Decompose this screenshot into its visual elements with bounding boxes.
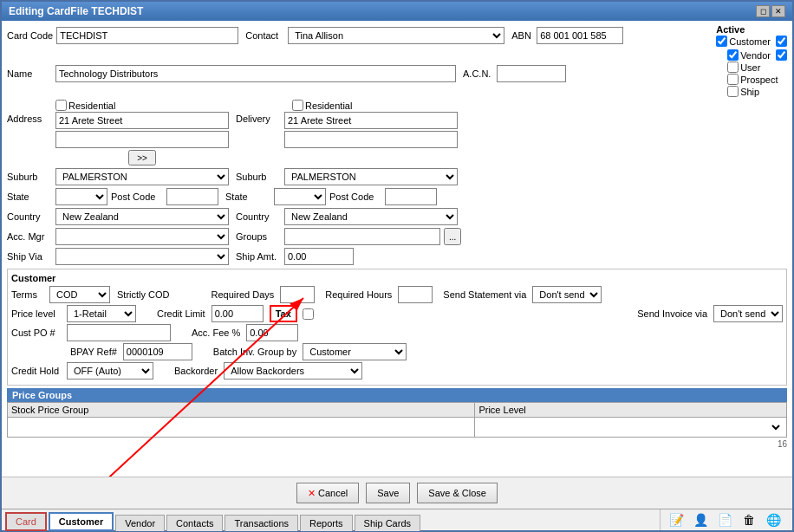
- pg-level-select[interactable]: [478, 419, 783, 435]
- state-select2[interactable]: [274, 188, 326, 205]
- cancel-button[interactable]: ✕ Cancel: [296, 483, 359, 503]
- tab-reports[interactable]: Reports: [300, 515, 353, 531]
- pg-col2-header: Price Level: [475, 403, 787, 418]
- ship-amt-input[interactable]: [284, 248, 354, 265]
- state-label2: State: [225, 191, 270, 202]
- required-days-input[interactable]: [280, 286, 315, 303]
- document-icon[interactable]: 📄: [714, 509, 735, 530]
- tab-ship-cards[interactable]: Ship Cards: [355, 515, 420, 531]
- tab-contacts[interactable]: Contacts: [166, 515, 223, 531]
- ship-checkbox[interactable]: [727, 86, 739, 97]
- required-days-label: Required Days: [212, 289, 275, 300]
- save-button[interactable]: Save: [366, 483, 410, 503]
- tax-button[interactable]: Tax: [270, 305, 297, 322]
- residential-checkbox2[interactable]: [292, 100, 303, 111]
- suburb-select[interactable]: PALMERSTON: [55, 168, 229, 185]
- network-icon[interactable]: 🌐: [763, 509, 784, 530]
- contact-select[interactable]: Tina Allison: [288, 27, 504, 44]
- price-groups-header: Price Groups: [7, 388, 787, 402]
- window-controls: ◻ ✕: [756, 5, 785, 17]
- postcode-input[interactable]: [166, 188, 218, 205]
- delivery-input[interactable]: [284, 112, 458, 129]
- residential-checkbox1[interactable]: [55, 100, 67, 111]
- vendor-label: Vendor: [740, 50, 771, 61]
- terms-label: Terms: [11, 289, 46, 300]
- address-input2[interactable]: [55, 131, 229, 148]
- country-label: Country: [7, 211, 52, 222]
- edit-icon[interactable]: 📝: [666, 509, 687, 530]
- required-hours-input[interactable]: [398, 286, 433, 303]
- close-button[interactable]: ✕: [771, 5, 785, 17]
- cust-po-input[interactable]: [67, 324, 171, 341]
- user-checkbox[interactable]: [727, 62, 739, 73]
- state-label: State: [7, 191, 52, 202]
- tab-contacts-label: Contacts: [176, 518, 213, 529]
- ship-label: Ship: [740, 87, 759, 97]
- batch-inv-label: Batch Inv. Group by: [213, 347, 296, 357]
- abn-label: ABN: [511, 30, 533, 41]
- customer-label: Customer: [729, 36, 771, 47]
- price-level-select[interactable]: 1-Retail: [67, 305, 136, 322]
- address-input[interactable]: [55, 112, 229, 129]
- save-close-button[interactable]: Save & Close: [417, 483, 498, 503]
- price-level-label: Price level: [11, 308, 63, 319]
- delete-icon[interactable]: 🗑: [739, 509, 759, 530]
- vendor-check2[interactable]: [776, 49, 787, 61]
- card-code-input[interactable]: [56, 27, 238, 44]
- copy-address-button[interactable]: >>: [128, 150, 156, 165]
- terms-select[interactable]: COD: [49, 286, 110, 303]
- send-statement-select[interactable]: Don't send: [532, 286, 602, 303]
- backorder-select[interactable]: Allow Backorders: [224, 362, 362, 380]
- send-invoice-label: Send Invoice via: [637, 308, 707, 319]
- tab-customer[interactable]: Customer: [49, 512, 114, 531]
- batch-inv-select[interactable]: Customer: [303, 343, 407, 360]
- tab-bar: Card Customer Vendor Contacts Transactio…: [2, 509, 792, 530]
- button-bar: ✕ Cancel Save Save & Close: [2, 477, 792, 509]
- acc-fee-input[interactable]: [246, 324, 298, 341]
- groups-dots-button[interactable]: ...: [444, 228, 461, 245]
- acn-input[interactable]: [497, 65, 566, 82]
- tab-transactions[interactable]: Transactions: [225, 515, 298, 531]
- restore-button[interactable]: ◻: [756, 5, 770, 17]
- address-label: Address: [7, 114, 52, 124]
- bpay-ref-input[interactable]: [123, 343, 192, 360]
- country-select[interactable]: New Zealand: [55, 208, 229, 225]
- save-label: Save: [377, 488, 399, 498]
- ship-via-select[interactable]: [55, 248, 229, 265]
- table-row: [8, 418, 787, 438]
- prospect-checkbox[interactable]: [727, 74, 739, 85]
- country-label2: Country: [236, 211, 281, 222]
- vendor-checkbox[interactable]: [727, 49, 739, 61]
- name-input[interactable]: [55, 65, 456, 82]
- credit-limit-input[interactable]: [212, 305, 264, 322]
- contact-label: Contact: [245, 30, 284, 41]
- residential-label2: Residential: [305, 101, 352, 111]
- active-label: Active: [716, 24, 745, 35]
- country-select2[interactable]: New Zealand: [284, 208, 458, 225]
- tab-card[interactable]: Card: [5, 512, 47, 531]
- send-invoice-select[interactable]: Don't send: [713, 305, 783, 322]
- postcode-input2[interactable]: [385, 188, 437, 205]
- tab-ship-cards-label: Ship Cards: [364, 518, 411, 529]
- person-icon[interactable]: 👤: [690, 509, 711, 530]
- tax-checkbox[interactable]: [303, 308, 314, 320]
- user-label: User: [740, 62, 760, 73]
- credit-hold-select[interactable]: OFF (Auto): [67, 362, 153, 380]
- tab-vendor-label: Vendor: [125, 518, 155, 529]
- groups-input[interactable]: [284, 228, 440, 245]
- delivery-input2[interactable]: [284, 131, 458, 148]
- abn-input[interactable]: [537, 27, 623, 44]
- delivery-label: Delivery: [236, 114, 281, 124]
- state-select[interactable]: [55, 188, 107, 205]
- tab-vendor[interactable]: Vendor: [115, 515, 165, 531]
- pg-stock-cell: [8, 418, 475, 438]
- acc-fee-label: Acc. Fee %: [192, 328, 240, 338]
- suburb-select2[interactable]: PALMERSTON: [284, 168, 458, 185]
- customer-section-title: Customer: [11, 273, 783, 283]
- cancel-icon: ✕: [308, 488, 316, 499]
- save-close-label: Save & Close: [428, 488, 486, 498]
- name-label: Name: [7, 68, 52, 79]
- customer-checkbox[interactable]: [716, 36, 727, 47]
- customer-check2[interactable]: [776, 36, 787, 47]
- acc-mgr-select[interactable]: [55, 228, 229, 245]
